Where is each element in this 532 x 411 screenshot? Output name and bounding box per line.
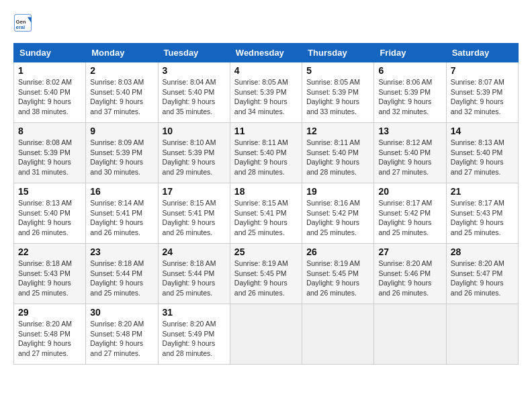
day-info: Sunrise: 8:08 AM Sunset: 5:39 PM Dayligh… (18, 138, 81, 177)
day-info: Sunrise: 8:13 AM Sunset: 5:40 PM Dayligh… (451, 138, 514, 177)
day-number: 10 (163, 126, 226, 136)
calendar-cell: 9Sunrise: 8:09 AM Sunset: 5:39 PM Daylig… (86, 123, 158, 183)
day-number: 8 (18, 126, 81, 136)
day-number: 24 (163, 246, 226, 257)
calendar-header-row: SundayMondayTuesdayWednesdayThursdayFrid… (14, 44, 519, 62)
day-number: 5 (306, 65, 369, 76)
calendar-cell (374, 304, 446, 365)
day-number: 1 (18, 65, 81, 76)
calendar-cell (446, 304, 518, 365)
calendar-cell: 24Sunrise: 8:18 AM Sunset: 5:44 PM Dayli… (158, 244, 230, 304)
page-header: Gen eral (13, 13, 519, 32)
logo: Gen eral (13, 13, 35, 32)
day-number: 15 (18, 186, 81, 197)
calendar-cell: 17Sunrise: 8:15 AM Sunset: 5:41 PM Dayli… (158, 183, 230, 244)
day-number: 6 (378, 65, 441, 76)
calendar-cell: 20Sunrise: 8:17 AM Sunset: 5:42 PM Dayli… (374, 183, 446, 244)
week-row-2: 8Sunrise: 8:08 AM Sunset: 5:39 PM Daylig… (14, 123, 519, 183)
day-number: 27 (378, 246, 441, 257)
day-number: 3 (163, 65, 226, 76)
day-info: Sunrise: 8:18 AM Sunset: 5:44 PM Dayligh… (90, 259, 153, 298)
calendar-cell: 3Sunrise: 8:04 AM Sunset: 5:40 PM Daylig… (158, 62, 230, 123)
day-number: 22 (18, 246, 81, 257)
day-info: Sunrise: 8:15 AM Sunset: 5:41 PM Dayligh… (234, 198, 298, 238)
day-number: 2 (90, 65, 153, 76)
logo-icon: Gen eral (13, 13, 32, 32)
column-header-monday: Monday (86, 44, 158, 62)
day-number: 31 (163, 307, 226, 318)
column-header-friday: Friday (374, 44, 446, 62)
day-info: Sunrise: 8:20 AM Sunset: 5:49 PM Dayligh… (163, 319, 226, 359)
calendar-cell: 25Sunrise: 8:19 AM Sunset: 5:45 PM Dayli… (230, 244, 302, 304)
day-number: 16 (90, 186, 153, 197)
day-number: 13 (378, 126, 441, 136)
calendar-cell (230, 304, 302, 365)
calendar-cell: 13Sunrise: 8:12 AM Sunset: 5:40 PM Dayli… (374, 123, 446, 183)
calendar-cell (302, 304, 374, 365)
calendar-cell: 10Sunrise: 8:10 AM Sunset: 5:39 PM Dayli… (158, 123, 230, 183)
day-info: Sunrise: 8:11 AM Sunset: 5:40 PM Dayligh… (234, 138, 298, 177)
day-number: 28 (451, 246, 514, 257)
day-info: Sunrise: 8:05 AM Sunset: 5:39 PM Dayligh… (234, 77, 298, 117)
day-number: 4 (234, 65, 298, 76)
calendar-cell: 4Sunrise: 8:05 AM Sunset: 5:39 PM Daylig… (230, 62, 302, 123)
day-number: 23 (90, 246, 153, 257)
day-info: Sunrise: 8:14 AM Sunset: 5:41 PM Dayligh… (90, 198, 153, 238)
calendar-cell: 12Sunrise: 8:11 AM Sunset: 5:40 PM Dayli… (302, 123, 374, 183)
day-info: Sunrise: 8:20 AM Sunset: 5:48 PM Dayligh… (18, 319, 81, 359)
day-info: Sunrise: 8:06 AM Sunset: 5:39 PM Dayligh… (378, 77, 441, 117)
calendar-cell: 21Sunrise: 8:17 AM Sunset: 5:43 PM Dayli… (446, 183, 518, 244)
calendar-cell: 6Sunrise: 8:06 AM Sunset: 5:39 PM Daylig… (374, 62, 446, 123)
calendar-cell: 18Sunrise: 8:15 AM Sunset: 5:41 PM Dayli… (230, 183, 302, 244)
day-info: Sunrise: 8:04 AM Sunset: 5:40 PM Dayligh… (163, 77, 226, 117)
day-info: Sunrise: 8:09 AM Sunset: 5:39 PM Dayligh… (90, 138, 153, 177)
calendar-cell: 7Sunrise: 8:07 AM Sunset: 5:39 PM Daylig… (446, 62, 518, 123)
day-number: 19 (306, 186, 369, 197)
calendar-table: SundayMondayTuesdayWednesdayThursdayFrid… (13, 43, 519, 365)
calendar-cell: 19Sunrise: 8:16 AM Sunset: 5:42 PM Dayli… (302, 183, 374, 244)
day-number: 30 (90, 307, 153, 318)
calendar-cell: 28Sunrise: 8:20 AM Sunset: 5:47 PM Dayli… (446, 244, 518, 304)
day-info: Sunrise: 8:16 AM Sunset: 5:42 PM Dayligh… (306, 198, 369, 238)
calendar-cell: 5Sunrise: 8:05 AM Sunset: 5:39 PM Daylig… (302, 62, 374, 123)
day-info: Sunrise: 8:17 AM Sunset: 5:43 PM Dayligh… (451, 198, 514, 238)
calendar-cell: 31Sunrise: 8:20 AM Sunset: 5:49 PM Dayli… (158, 304, 230, 365)
column-header-wednesday: Wednesday (230, 44, 302, 62)
day-number: 9 (90, 126, 153, 136)
day-info: Sunrise: 8:20 AM Sunset: 5:46 PM Dayligh… (378, 259, 441, 298)
day-info: Sunrise: 8:03 AM Sunset: 5:40 PM Dayligh… (90, 77, 153, 117)
day-number: 11 (234, 126, 298, 136)
day-number: 26 (306, 246, 369, 257)
day-info: Sunrise: 8:05 AM Sunset: 5:39 PM Dayligh… (306, 77, 369, 117)
day-info: Sunrise: 8:19 AM Sunset: 5:45 PM Dayligh… (306, 259, 369, 298)
calendar-cell: 23Sunrise: 8:18 AM Sunset: 5:44 PM Dayli… (86, 244, 158, 304)
day-info: Sunrise: 8:02 AM Sunset: 5:40 PM Dayligh… (18, 77, 81, 117)
day-info: Sunrise: 8:20 AM Sunset: 5:47 PM Dayligh… (451, 259, 514, 298)
column-header-thursday: Thursday (302, 44, 374, 62)
day-info: Sunrise: 8:17 AM Sunset: 5:42 PM Dayligh… (378, 198, 441, 238)
day-info: Sunrise: 8:07 AM Sunset: 5:39 PM Dayligh… (451, 77, 514, 117)
week-row-1: 1Sunrise: 8:02 AM Sunset: 5:40 PM Daylig… (14, 62, 519, 123)
week-row-3: 15Sunrise: 8:13 AM Sunset: 5:40 PM Dayli… (14, 183, 519, 244)
day-info: Sunrise: 8:12 AM Sunset: 5:40 PM Dayligh… (378, 138, 441, 177)
calendar-cell: 14Sunrise: 8:13 AM Sunset: 5:40 PM Dayli… (446, 123, 518, 183)
calendar-cell: 30Sunrise: 8:20 AM Sunset: 5:48 PM Dayli… (86, 304, 158, 365)
calendar-cell: 22Sunrise: 8:18 AM Sunset: 5:43 PM Dayli… (14, 244, 86, 304)
day-info: Sunrise: 8:20 AM Sunset: 5:48 PM Dayligh… (90, 319, 153, 359)
calendar-cell: 15Sunrise: 8:13 AM Sunset: 5:40 PM Dayli… (14, 183, 86, 244)
day-info: Sunrise: 8:10 AM Sunset: 5:39 PM Dayligh… (163, 138, 226, 177)
column-header-sunday: Sunday (14, 44, 86, 62)
column-header-saturday: Saturday (446, 44, 518, 62)
day-info: Sunrise: 8:13 AM Sunset: 5:40 PM Dayligh… (18, 198, 81, 238)
day-info: Sunrise: 8:18 AM Sunset: 5:43 PM Dayligh… (18, 259, 81, 298)
column-header-tuesday: Tuesday (158, 44, 230, 62)
calendar-cell: 29Sunrise: 8:20 AM Sunset: 5:48 PM Dayli… (14, 304, 86, 365)
day-number: 21 (451, 186, 514, 197)
day-number: 25 (234, 246, 298, 257)
day-number: 7 (451, 65, 514, 76)
day-number: 12 (306, 126, 369, 136)
calendar-cell: 11Sunrise: 8:11 AM Sunset: 5:40 PM Dayli… (230, 123, 302, 183)
calendar-cell: 27Sunrise: 8:20 AM Sunset: 5:46 PM Dayli… (374, 244, 446, 304)
calendar-cell: 2Sunrise: 8:03 AM Sunset: 5:40 PM Daylig… (86, 62, 158, 123)
week-row-4: 22Sunrise: 8:18 AM Sunset: 5:43 PM Dayli… (14, 244, 519, 304)
